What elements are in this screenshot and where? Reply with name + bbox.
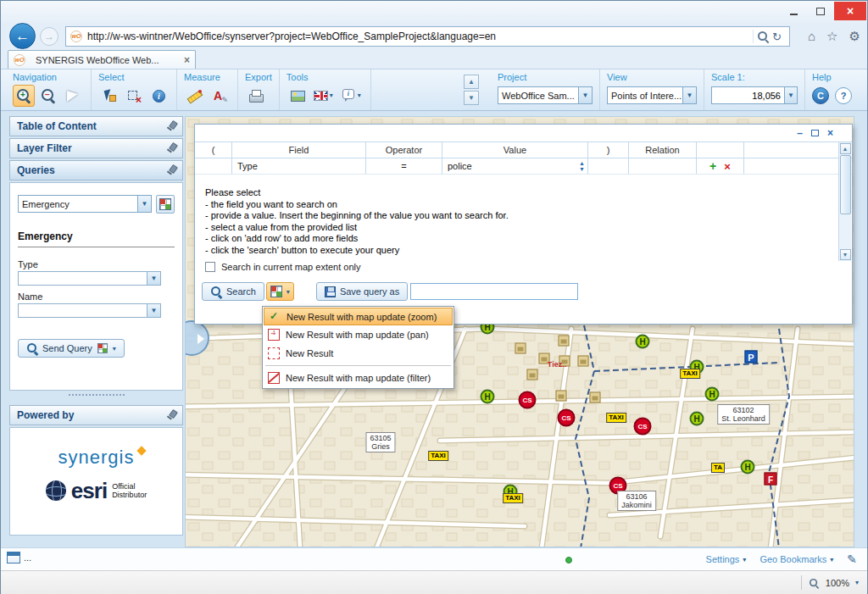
settings-menu[interactable]: Settings ▾ xyxy=(706,554,747,564)
relation-cell[interactable] xyxy=(629,158,697,174)
group-label-project[interactable]: Project xyxy=(498,72,593,84)
pin-icon[interactable] xyxy=(166,165,176,176)
panel-header-queries[interactable]: Queries xyxy=(9,160,183,180)
toolbar-scroll-down-button[interactable]: ▼ xyxy=(464,91,479,105)
extent-checkbox[interactable] xyxy=(205,262,215,272)
value-sort-icon[interactable]: ▲▼ xyxy=(579,160,585,172)
chevron-down-icon[interactable]: ▼ xyxy=(682,87,696,103)
query-operator-cell[interactable]: = xyxy=(366,158,442,174)
zoom-magnifier-icon[interactable] xyxy=(809,578,819,588)
map-marker-building[interactable] xyxy=(559,336,570,347)
map-marker-taxi[interactable]: TAXI xyxy=(428,451,448,461)
minimized-panel-button[interactable]: ... xyxy=(7,552,31,563)
map-marker-taxi[interactable]: TAXI xyxy=(680,369,700,379)
menu-item-zoom[interactable]: New Result with map update (zoom) xyxy=(264,308,453,325)
map-marker-area-label[interactable]: 63106Jakomini xyxy=(617,491,656,511)
map-marker-hospital[interactable]: H xyxy=(690,412,704,426)
dialog-close-icon[interactable]: × xyxy=(827,128,833,138)
toolbar-scroll-up-button[interactable]: ▲ xyxy=(464,75,479,89)
map-marker-hospital[interactable]: H xyxy=(481,390,495,404)
map-marker-building[interactable] xyxy=(590,392,601,403)
group-label-export[interactable]: Export xyxy=(245,72,272,84)
tab-close-icon[interactable]: × xyxy=(184,54,190,66)
query-field-cell[interactable]: Type xyxy=(232,158,366,174)
search-icon[interactable] xyxy=(757,31,769,42)
add-label-button[interactable] xyxy=(209,85,231,107)
map-marker-fuel[interactable]: CS xyxy=(519,391,537,409)
dialog-scrollbar[interactable]: ▲ ▼ xyxy=(838,142,851,261)
dialog-restore-icon[interactable] xyxy=(811,128,819,138)
result-mode-toggle-button[interactable]: ▾ xyxy=(266,282,294,301)
cache-button[interactable]: C xyxy=(812,87,829,104)
scrollbar-thumb[interactable] xyxy=(840,155,851,214)
group-label-measure[interactable]: Measure xyxy=(184,72,231,84)
zoom-chevron-icon[interactable]: ▾ xyxy=(855,579,859,586)
clear-selection-button[interactable] xyxy=(123,85,145,107)
pin-icon[interactable] xyxy=(166,121,176,132)
chevron-down-icon[interactable]: ▼ xyxy=(578,87,592,103)
add-row-button[interactable]: + xyxy=(709,160,716,172)
panel-header-table-of-content[interactable]: Table of Content xyxy=(9,116,183,136)
group-label-scale[interactable]: Scale 1: xyxy=(711,72,798,84)
dialog-minimize-icon[interactable]: – xyxy=(797,128,803,138)
group-label-tools[interactable]: Tools xyxy=(287,72,364,84)
language-button[interactable]: ▾ xyxy=(311,85,336,107)
chevron-down-icon[interactable]: ▼ xyxy=(147,271,161,286)
map-marker-street-label[interactable]: Tiez.. xyxy=(548,360,566,369)
map-marker-area-label[interactable]: 63105Gries xyxy=(365,432,395,452)
close-paren-cell[interactable] xyxy=(588,158,629,174)
tooltip-button[interactable]: ▾ xyxy=(338,85,364,107)
map-marker-building[interactable] xyxy=(515,343,526,354)
save-query-name-input[interactable] xyxy=(410,283,578,300)
geo-bookmarks-menu[interactable]: Geo Bookmarks ▾ xyxy=(760,554,833,564)
identify-button[interactable] xyxy=(147,85,170,107)
refresh-icon[interactable]: ↻ xyxy=(772,31,782,43)
query-value-cell[interactable]: police ▲▼ xyxy=(442,158,588,174)
query-table-button[interactable] xyxy=(156,195,175,214)
pin-icon[interactable] xyxy=(166,410,176,421)
map-marker-fuel[interactable]: CS xyxy=(634,418,652,436)
map-marker-taxi[interactable]: TAXI xyxy=(503,493,523,503)
open-paren-cell[interactable] xyxy=(195,158,232,174)
edit-pencil-icon[interactable]: ✎ xyxy=(847,552,857,566)
maximize-button[interactable] xyxy=(807,2,834,20)
map-marker-building[interactable] xyxy=(527,369,538,380)
help-button[interactable]: ? xyxy=(835,87,852,104)
zoom-out-button[interactable] xyxy=(37,85,59,107)
group-label-navigation[interactable]: Navigation xyxy=(13,72,84,84)
pan-button[interactable] xyxy=(62,85,84,107)
forward-button[interactable]: → xyxy=(40,27,58,46)
screenshot-button[interactable] xyxy=(287,85,309,107)
chevron-down-icon[interactable]: ▼ xyxy=(147,303,161,318)
select-tool-button[interactable] xyxy=(98,85,120,107)
back-button[interactable]: ← xyxy=(9,23,36,49)
url-text[interactable]: http://w-ws-wintner/WebOffice/synserver?… xyxy=(87,31,749,42)
project-select[interactable]: WebOffice Sam... ▼ xyxy=(498,86,593,104)
scale-input[interactable] xyxy=(711,86,784,104)
panel-header-layer-filter[interactable]: Layer Filter xyxy=(9,138,183,158)
map-marker-taxi[interactable]: TA xyxy=(711,463,725,473)
browser-tab[interactable]: wO SYNERGIS WebOffice Web... × xyxy=(8,50,196,69)
query-select[interactable]: Emergency ▼ xyxy=(18,195,152,213)
map-marker-parking[interactable]: P xyxy=(745,351,758,364)
panel-header-powered-by[interactable]: Powered by xyxy=(9,405,183,425)
browser-zoom-level[interactable]: 100% xyxy=(826,578,849,588)
menu-item-new[interactable]: New Result xyxy=(264,344,453,363)
map-marker-hospital[interactable]: H xyxy=(705,387,720,402)
favorites-star-icon[interactable]: ☆ xyxy=(826,29,837,44)
map-marker-hospital[interactable]: H xyxy=(636,335,650,349)
pin-icon[interactable] xyxy=(166,143,176,154)
map-marker-building[interactable] xyxy=(578,356,589,367)
menu-item-pan[interactable]: New Result with map update (pan) xyxy=(264,325,453,344)
group-label-help[interactable]: Help xyxy=(812,72,855,84)
map-marker-station[interactable]: F xyxy=(765,473,777,486)
map-marker-area-label[interactable]: 63102St. Leonhard xyxy=(717,404,770,425)
scroll-down-icon[interactable]: ▼ xyxy=(840,249,851,260)
measure-button[interactable] xyxy=(184,85,206,107)
address-bar[interactable]: wO http://w-ws-wintner/WebOffice/synserv… xyxy=(65,26,790,47)
send-query-button[interactable]: Send Query ▾ xyxy=(18,339,125,358)
map-marker-fuel[interactable]: CS xyxy=(558,409,576,427)
extent-checkbox-row[interactable]: Search in current map extent only xyxy=(205,262,360,272)
delete-row-button[interactable]: × xyxy=(724,161,731,172)
scroll-up-icon[interactable]: ▲ xyxy=(840,143,851,154)
